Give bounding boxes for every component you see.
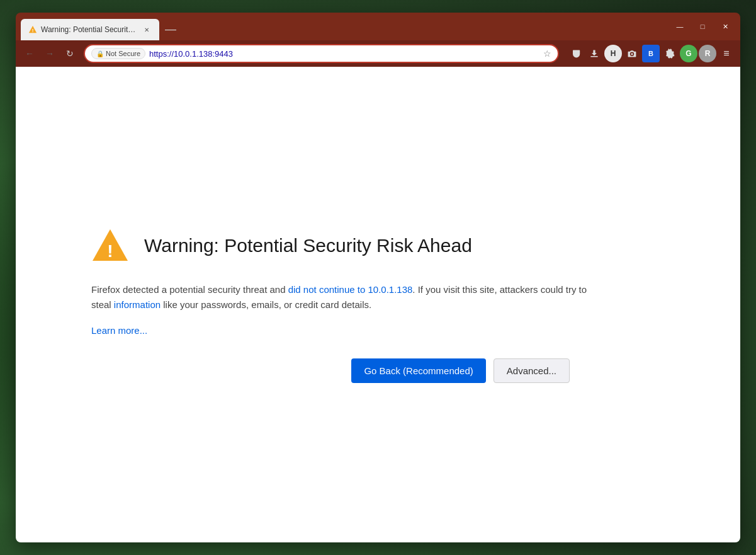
h-extension-button[interactable]: H: [604, 45, 622, 62]
lock-icon: 🔒: [96, 50, 104, 57]
svg-text:!: !: [32, 28, 34, 33]
address-bar[interactable]: 🔒 Not Secure https://10.0.1.138:9443 ☆: [84, 44, 559, 63]
pocket-button[interactable]: [567, 45, 584, 62]
information-link[interactable]: information: [114, 299, 161, 310]
new-tab-button[interactable]: —: [162, 20, 179, 38]
action-buttons: Go Back (Recommended) Advanced...: [91, 358, 570, 383]
settings-extension-button[interactable]: [661, 45, 679, 62]
download-button[interactable]: [585, 45, 603, 62]
active-tab[interactable]: ! Warning: Potential Security Risk ✕: [21, 19, 159, 40]
warning-description: Firefox detected a potential security th…: [91, 282, 595, 312]
minimize-button[interactable]: —: [670, 19, 690, 34]
browser-menu-button[interactable]: ≡: [718, 45, 735, 62]
refresh-button[interactable]: ↻: [61, 45, 79, 62]
g-extension-button[interactable]: G: [680, 45, 697, 62]
warning-container: ! Warning: Potential Security Risk Ahead…: [91, 227, 595, 383]
did-not-continue-link[interactable]: did not continue to 10.0.1.138: [288, 284, 413, 295]
camera-button[interactable]: [623, 45, 641, 62]
tab-favicon-icon: !: [28, 25, 37, 34]
not-secure-label: Not Secure: [106, 50, 140, 57]
tab-title: Warning: Potential Security Risk: [41, 25, 138, 34]
r-extension-button[interactable]: R: [699, 45, 716, 62]
page-content: ! Warning: Potential Security Risk Ahead…: [16, 67, 740, 542]
learn-more-link[interactable]: Learn more...: [91, 325, 595, 336]
warning-triangle-icon: !: [91, 227, 129, 265]
warning-title: Warning: Potential Security Risk Ahead: [144, 234, 472, 257]
window-controls: — □ ✕: [670, 19, 735, 34]
browser-window: ! Warning: Potential Security Risk ✕ — —…: [16, 13, 740, 542]
title-bar: ! Warning: Potential Security Risk ✕ — —…: [16, 13, 740, 40]
maximize-button[interactable]: □: [692, 19, 713, 34]
forward-button[interactable]: →: [41, 45, 59, 62]
svg-text:!: !: [107, 241, 113, 261]
go-back-button[interactable]: Go Back (Recommended): [351, 358, 485, 383]
bookmark-star-button[interactable]: ☆: [543, 49, 551, 59]
bitwarden-button[interactable]: B: [642, 45, 660, 62]
tab-close-button[interactable]: ✕: [142, 25, 152, 35]
advanced-button[interactable]: Advanced...: [494, 358, 570, 383]
close-button[interactable]: ✕: [715, 19, 735, 34]
nav-bar: ← → ↻ 🔒 Not Secure https://10.0.1.138:94…: [16, 40, 740, 67]
tab-area: ! Warning: Potential Security Risk ✕ —: [21, 13, 670, 40]
not-secure-badge[interactable]: 🔒 Not Secure: [91, 48, 145, 59]
url-text[interactable]: https://10.0.1.138:9443: [149, 49, 539, 59]
back-button[interactable]: ←: [21, 45, 38, 62]
toolbar-icons: H B G R ≡: [567, 45, 735, 62]
warning-header: ! Warning: Potential Security Risk Ahead: [91, 227, 595, 265]
